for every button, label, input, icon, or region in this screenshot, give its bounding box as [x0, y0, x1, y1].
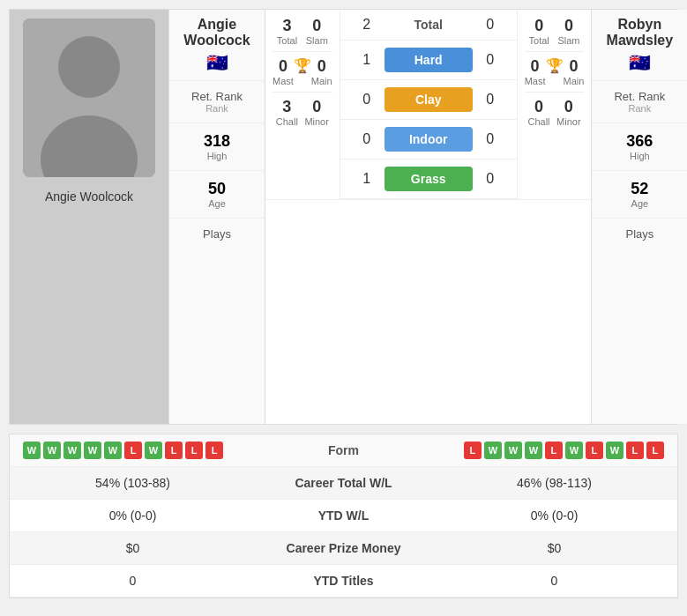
player1-slam: 0 Slam: [306, 17, 328, 46]
career-wl-player1: 54% (103-88): [27, 476, 238, 490]
form-badge-p1: W: [145, 442, 162, 459]
clay-badge: Clay: [385, 87, 473, 112]
form-badge-p1: L: [124, 442, 142, 459]
player2-high-value: 366: [599, 132, 680, 151]
ytd-titles-player2: 0: [449, 574, 660, 588]
form-badge-p2: L: [626, 442, 644, 459]
player1-age-block: 50 Age: [169, 171, 265, 219]
form-badge-p1: W: [84, 442, 101, 459]
player1-ret: Ret. Rank: [180, 90, 254, 103]
hard-left: 1: [349, 52, 385, 68]
player2-ret: Ret. Rank: [602, 90, 676, 103]
ytd-titles-row: 0 YTD Titles 0: [10, 565, 677, 597]
player1-small-stats: 3 Total 0 Slam 0 Mast: [265, 10, 340, 199]
form-badge-p1: W: [104, 442, 122, 459]
player2-age-label: Age: [599, 198, 680, 209]
form-badge-p2: L: [545, 442, 563, 459]
indoor-right: 0: [473, 131, 508, 147]
player1-name: Angie Woolcock: [176, 17, 258, 48]
form-badge-p2: W: [565, 442, 583, 459]
player1-high-block: 318 High: [169, 123, 265, 171]
prize-row: $0 Career Prize Money $0: [10, 532, 677, 565]
form-badge-p2: W: [606, 442, 624, 459]
total-row: 2 Total 0: [340, 10, 517, 41]
form-badge-p1: W: [23, 442, 41, 459]
player1-mast: 0 Mast: [273, 57, 294, 86]
prize-player2: $0: [449, 541, 660, 555]
player2-stats: Robyn Mawdsley 🇦🇺 Ret. Rank Rank 366 Hig…: [591, 10, 687, 424]
player1-total: 3 Total: [277, 17, 297, 46]
player2-plays-label: Plays: [601, 227, 678, 241]
player1-chall: 3 Chall: [276, 98, 298, 127]
form-badge-p2: W: [484, 442, 502, 459]
ytd-titles-label: YTD Titles: [238, 574, 449, 588]
player1-rank-row: Ret. Rank Rank: [169, 81, 265, 123]
clay-right: 0: [473, 92, 508, 108]
form-badge-p1: L: [165, 442, 183, 459]
ytd-wl-label: YTD W/L: [238, 508, 449, 523]
career-wl-player2: 46% (98-113): [449, 476, 660, 490]
surface-column: 2 Total 0 1 Hard 0 0 Clay 0: [340, 10, 517, 199]
player1-header: Angie Woolcock 🇦🇺: [169, 10, 265, 81]
player2-mast: 0 Mast: [525, 57, 546, 86]
player1-avatar: [23, 19, 155, 177]
player2-header: Robyn Mawdsley 🇦🇺: [592, 10, 687, 81]
hard-row: 1 Hard 0: [340, 41, 517, 80]
form-badge-p2: W: [504, 442, 522, 459]
hard-badge: Hard: [385, 48, 473, 72]
indoor-row: 0 Indoor 0: [340, 120, 517, 160]
total-left: 2: [349, 17, 385, 33]
prize-player1: $0: [27, 541, 238, 555]
player1-rank-label: Rank: [180, 103, 254, 114]
player2-plays: Plays: [592, 219, 687, 249]
form-badge-p1: W: [63, 442, 81, 459]
player2-minor: 0 Minor: [556, 98, 581, 127]
form-badge-p1: L: [205, 442, 223, 459]
hard-right: 0: [473, 52, 508, 68]
player2-total: 0 Total: [529, 17, 549, 46]
grass-right: 0: [473, 171, 508, 187]
player2-flag: 🇦🇺: [599, 52, 680, 73]
player2-trophy: 🏆: [546, 57, 564, 86]
total-right: 0: [473, 17, 508, 33]
player2-small-stats: 0 Total 0 Slam 0 Mast: [517, 10, 592, 199]
player1-minor: 0 Minor: [304, 98, 329, 127]
player1-main: 0 Main: [311, 57, 332, 86]
clay-row: 0 Clay 0: [340, 80, 517, 120]
player1-age-label: Age: [176, 198, 258, 209]
svg-point-1: [58, 36, 120, 98]
grass-row: 1 Grass 0: [340, 160, 517, 199]
player1-name-photo: Angie Woolcock: [41, 186, 137, 207]
center-column: 3 Total 0 Slam 0 Mast: [265, 10, 591, 424]
ytd-wl-player2: 0% (0-0): [449, 508, 660, 523]
form-badge-p1: W: [43, 442, 61, 459]
grass-badge: Grass: [385, 167, 473, 191]
career-wl-label: Career Total W/L: [238, 476, 449, 490]
player2-form-badges: LWWWLWLWLL: [451, 442, 664, 459]
clay-left: 0: [349, 92, 385, 108]
player2-name: Robyn Mawdsley: [599, 17, 680, 48]
form-badge-p2: L: [464, 442, 482, 459]
player1-age-value: 50: [176, 180, 258, 198]
form-label: Form: [236, 443, 450, 457]
player1-plays: Plays: [169, 219, 265, 249]
indoor-badge: Indoor: [385, 127, 473, 152]
main-container: Angie Woolcock Angie Woolcock 🇦🇺 Ret. Ra…: [0, 0, 687, 607]
player1-high-value: 318: [176, 132, 258, 151]
ytd-titles-player1: 0: [27, 574, 238, 588]
player2-chall: 0 Chall: [527, 98, 549, 127]
player1-stats: Angie Woolcock 🇦🇺 Ret. Rank Rank 318 Hig…: [168, 10, 265, 424]
player1-form-badges: WWWWWLWLLL: [23, 442, 236, 459]
player1-photo: Angie Woolcock: [10, 10, 168, 424]
player1-trophy: 🏆: [294, 57, 311, 86]
comparison-section: Angie Woolcock Angie Woolcock 🇦🇺 Ret. Ra…: [9, 9, 678, 425]
ytd-wl-player1: 0% (0-0): [27, 508, 238, 523]
indoor-left: 0: [349, 131, 385, 147]
player1-plays-label: Plays: [178, 227, 256, 241]
player2-main: 0 Main: [564, 57, 585, 86]
form-badge-p2: L: [586, 442, 603, 459]
bottom-section: WWWWWLWLLL Form LWWWLWLWLL 54% (103-88) …: [9, 434, 678, 598]
player2-high-block: 366 High: [592, 123, 687, 171]
career-wl-row: 54% (103-88) Career Total W/L 46% (98-11…: [10, 467, 677, 500]
ytd-wl-row: 0% (0-0) YTD W/L 0% (0-0): [10, 500, 677, 532]
